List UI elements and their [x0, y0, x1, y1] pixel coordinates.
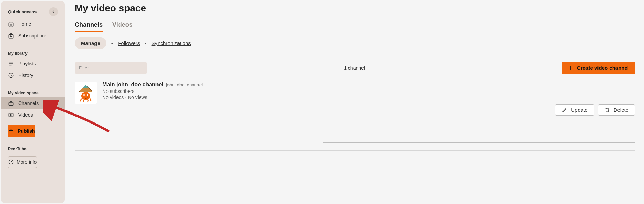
- publish-button[interactable]: Publish: [8, 125, 35, 137]
- channel-stats: No videos · No views: [102, 95, 203, 100]
- svg-point-11: [11, 163, 11, 163]
- tab-videos[interactable]: Videos: [112, 21, 133, 32]
- subscriptions-icon: [8, 33, 14, 39]
- channel-handle: john_doe_channel: [166, 82, 203, 87]
- svg-point-20: [87, 95, 88, 95]
- channel-name[interactable]: Main john_doe channel: [102, 82, 163, 88]
- bottom-divider: [75, 150, 635, 151]
- plus-icon: [568, 65, 573, 71]
- delete-label: Delete: [614, 107, 628, 113]
- more-info-label: More info: [17, 159, 37, 165]
- filter-row: 1 channel Create video channel: [75, 62, 635, 74]
- sidebar-item-subscriptions[interactable]: Subscriptions: [1, 30, 65, 42]
- svg-point-16: [81, 92, 90, 100]
- history-icon: [8, 72, 14, 78]
- sidebar-item-label: History: [18, 73, 33, 78]
- sidebar-item-playlists[interactable]: Playlists: [1, 58, 65, 69]
- main-content: My video space Channels Videos Manage • …: [66, 0, 644, 204]
- upload-icon: [8, 128, 14, 134]
- channel-card: Main john_doe channel john_doe_channel N…: [75, 82, 635, 143]
- question-icon: [8, 159, 14, 165]
- sidebar-divider: [8, 45, 58, 45]
- subtab-separator: •: [111, 40, 113, 46]
- subtab-synchronizations[interactable]: Synchronizations: [152, 40, 191, 46]
- more-info-button[interactable]: More info: [8, 156, 37, 168]
- filter-input[interactable]: [75, 62, 147, 74]
- page-title: My video space: [75, 3, 635, 14]
- create-channel-button[interactable]: Create video channel: [562, 62, 635, 74]
- sidebar-item-label: Playlists: [18, 61, 36, 66]
- subtab-separator: •: [145, 40, 146, 46]
- channel-count: 1 channel: [147, 65, 562, 71]
- pencil-icon: [562, 107, 568, 113]
- delete-channel-button[interactable]: Delete: [598, 104, 635, 116]
- svg-marker-15: [82, 85, 89, 88]
- update-label: Update: [571, 107, 587, 113]
- sidebar: Quick access Home Subscriptions My libra…: [1, 1, 65, 203]
- sidebar-section-my-library: My library: [1, 49, 65, 58]
- svg-point-18: [84, 95, 84, 95]
- channel-actions: Update Delete: [75, 104, 635, 116]
- sidebar-divider: [8, 85, 58, 85]
- channel-avatar[interactable]: [75, 82, 97, 104]
- svg-marker-8: [11, 114, 12, 116]
- publish-label: Publish: [18, 128, 35, 134]
- collapse-sidebar-button[interactable]: [49, 7, 58, 16]
- sidebar-item-label: Videos: [18, 112, 33, 118]
- sidebar-section-my-video-space: My video space: [1, 88, 65, 97]
- channel-info: Main john_doe channel john_doe_channel N…: [102, 82, 203, 104]
- sidebar-section-label: Quick access: [8, 9, 37, 14]
- sidebar-item-label: Channels: [18, 100, 39, 106]
- channel-subscribers: No subscribers: [102, 88, 203, 94]
- sidebar-item-channels[interactable]: Channels: [1, 97, 65, 109]
- subtab-followers[interactable]: Followers: [118, 40, 140, 46]
- sidebar-item-history[interactable]: History: [1, 69, 65, 81]
- sidebar-item-home[interactable]: Home: [1, 18, 65, 30]
- tab-channels[interactable]: Channels: [75, 21, 103, 32]
- sidebar-section-quick-access: Quick access: [1, 5, 65, 18]
- subtabs: Manage • Followers • Synchronizations: [75, 37, 635, 49]
- subtab-manage[interactable]: Manage: [75, 37, 106, 49]
- card-divider: [323, 142, 635, 143]
- sidebar-item-videos[interactable]: Videos: [1, 109, 65, 121]
- home-icon: [8, 21, 14, 27]
- trash-icon: [604, 107, 610, 113]
- svg-rect-6: [9, 102, 13, 106]
- sidebar-divider: [8, 141, 58, 141]
- create-channel-label: Create video channel: [577, 65, 629, 71]
- update-channel-button[interactable]: Update: [555, 104, 594, 116]
- tv-icon: [8, 100, 14, 106]
- playlist-icon: [8, 61, 14, 67]
- sidebar-section-peertube: PeerTube: [1, 144, 65, 153]
- tabs: Channels Videos: [75, 21, 635, 31]
- sidebar-item-label: Home: [18, 21, 31, 27]
- video-icon: [8, 112, 14, 118]
- sidebar-item-label: Subscriptions: [18, 33, 47, 39]
- svg-marker-1: [11, 36, 12, 37]
